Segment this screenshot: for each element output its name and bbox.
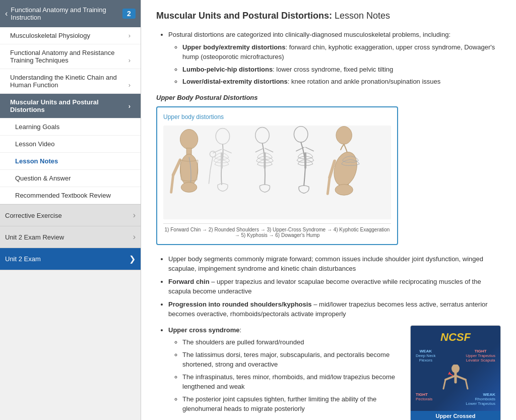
subbullet-lumbo-pelvic: Lumbo-pelvic-hip distortions: lower cros… <box>182 65 501 75</box>
subbullet-upper-body: Upper body/extremity distortions: forwar… <box>182 42 501 62</box>
ncsf-logo: NCSF <box>416 331 495 344</box>
upper-cross-syndrome-bold: Upper cross syndrome <box>168 326 240 334</box>
upper-cross-row: Upper cross syndrome: The shoulders are … <box>156 325 501 420</box>
upper-cross-sub-3: The infraspinatus, teres minor, rhomboid… <box>182 372 400 392</box>
svg-point-6 <box>181 183 197 193</box>
upper-cross-text: Upper cross syndrome: The shoulders are … <box>156 325 400 420</box>
sidebar-item-lesson-notes[interactable]: Lesson Notes <box>0 153 141 170</box>
page-title: Muscular Units and Postural Distortions:… <box>156 10 501 22</box>
skeleton-illustration <box>163 125 391 220</box>
subbullet-lower-distal: Lower/distal-extremity distortions: knee… <box>182 77 501 87</box>
sidebar-item-functional-anatomy-label: Functional Anatomy and Training Instruct… <box>11 6 122 21</box>
sidebar-section-functional-anatomy: ‹ Functional Anatomy and Training Instru… <box>0 0 141 205</box>
sidebar-item-functional-anatomy-resistance[interactable]: Functional Anatomy and Resistance Traini… <box>0 44 141 69</box>
upper-cross-sub-2: The latissimus dorsi, teres major, subsc… <box>182 350 400 370</box>
main-content: Muscular Units and Postural Distortions:… <box>141 0 516 420</box>
progression-bold: Progression into rounded shoulders/kypho… <box>168 301 312 308</box>
body-bullets: Upper body segments commonly migrate for… <box>156 254 501 319</box>
body-bullet-segments: Upper body segments commonly migrate for… <box>168 254 501 274</box>
svg-line-31 <box>443 380 445 389</box>
chevron-right-icon-3: ❯ <box>129 254 136 264</box>
image-caption: 1) Forward Chin → 2) Rounded Shoulders →… <box>163 223 391 238</box>
upper-body-distortions-image-box: Upper body distortions <box>156 106 398 245</box>
sidebar-item-recommended-textbook[interactable]: Recommended Textbook Review <box>0 187 141 204</box>
svg-line-30 <box>456 376 466 380</box>
svg-point-1 <box>180 129 198 149</box>
sidebar-item-unit2-exam[interactable]: Unit 2 Exam ❯ <box>0 248 141 270</box>
sidebar-item-functional-anatomy-badge: 2 <box>122 9 136 19</box>
sidebar-item-musculoskeletal[interactable]: Musculoskeletal Physiology › <box>0 27 141 44</box>
sidebar-item-lesson-video[interactable]: Lesson Video <box>0 136 141 153</box>
sidebar-item-unit2-exam-review-label: Unit 2 Exam Review <box>5 233 133 241</box>
upper-cross-bullets: Upper cross syndrome: The shoulders are … <box>156 325 400 414</box>
svg-line-32 <box>466 380 468 389</box>
sidebar: ‹ Functional Anatomy and Training Instru… <box>0 0 141 420</box>
sidebar-section-unit2-exam: Unit 2 Exam ❯ <box>0 248 141 270</box>
left-arrow-icon: ‹ <box>5 9 8 18</box>
svg-rect-19 <box>304 153 306 168</box>
chevron-right-icon: › <box>133 211 136 220</box>
sidebar-item-question-answer[interactable]: Question & Answer <box>0 170 141 187</box>
ncsf-image-inner: NCSF WEAK Deep Neck Flexors TIGHT Upper … <box>411 326 500 411</box>
page-title-normal: Lesson Notes <box>332 11 390 21</box>
sidebar-item-functional-anatomy[interactable]: ‹ Functional Anatomy and Training Instru… <box>0 0 141 27</box>
sidebar-item-muscular-units[interactable]: Muscular Units and Postural Distortions … <box>0 94 141 118</box>
image-box-title: Upper body distortions <box>163 113 391 121</box>
sidebar-item-unit2-exam-label: Unit 2 Exam <box>5 255 129 263</box>
upper-cross-subbullets: The shoulders are pulled forward/rounded… <box>168 337 400 414</box>
sidebar-subsections: Musculoskeletal Physiology › Functional … <box>0 27 141 204</box>
sidebar-item-corrective-exercise-label: Corrective Exercise <box>5 212 133 219</box>
svg-point-22 <box>336 127 352 144</box>
intro-bullet-1: Postural distortions are categorized int… <box>168 30 501 87</box>
svg-rect-8 <box>221 153 223 168</box>
ncsf-caption: Upper Crossed <box>411 411 500 420</box>
sidebar-section-corrective-exercise: Corrective Exercise › <box>0 205 141 226</box>
svg-point-26 <box>335 184 353 195</box>
upper-cross-sub-4: The posterior joint capsules tighten, fu… <box>182 394 400 414</box>
sidebar-item-kinetic-chain[interactable]: Understanding the Kinetic Chain and Huma… <box>0 69 141 94</box>
page-title-bold: Muscular Units and Postural Distortions: <box>156 11 332 21</box>
upper-cross-sub-1: The shoulders are pulled forward/rounded <box>182 337 400 347</box>
svg-line-29 <box>445 376 456 380</box>
body-bullet-forward-chin: Forward chin – upper trapezius and levat… <box>168 277 501 296</box>
sidebar-item-corrective-exercise[interactable]: Corrective Exercise › <box>0 205 141 226</box>
svg-marker-34 <box>448 372 451 375</box>
skeleton-svg <box>163 125 391 220</box>
sidebar-section-unit2-exam-review: Unit 2 Exam Review › <box>0 226 141 248</box>
intro-bullets: Postural distortions are categorized int… <box>156 30 501 87</box>
svg-rect-15 <box>264 153 266 168</box>
intro-subbullets: Upper body/extremity distortions: forwar… <box>168 42 501 87</box>
chevron-right-icon-2: › <box>133 232 136 242</box>
sidebar-item-learning-goals[interactable]: Learning Goals <box>0 118 141 136</box>
body-bullet-progression: Progression into rounded shoulders/kypho… <box>168 299 501 319</box>
ncsf-image-box: NCSF WEAK Deep Neck Flexors TIGHT Upper … <box>410 325 501 420</box>
section-heading-upper-body: Upper Body Postural Distortions <box>156 94 501 101</box>
upper-cross-bullet: Upper cross syndrome: The shoulders are … <box>168 325 400 414</box>
forward-chin-bold: Forward chin <box>168 278 210 285</box>
sidebar-item-unit2-exam-review[interactable]: Unit 2 Exam Review › <box>0 226 141 248</box>
body-diagram-svg <box>435 365 476 392</box>
svg-point-27 <box>452 365 460 373</box>
